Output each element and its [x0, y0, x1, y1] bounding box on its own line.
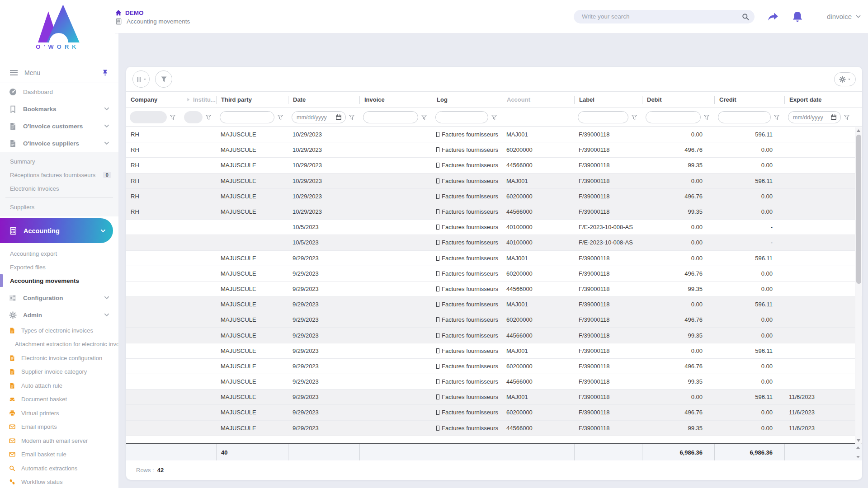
sidebar-subitem[interactable]: Réceptions factures fournisseurs0	[0, 168, 118, 182]
settings-button[interactable]	[834, 72, 856, 86]
table-row[interactable]: RHMAJUSCULE10/29/2023Factures fournisseu…	[126, 158, 862, 173]
vertical-scrollbar[interactable]	[855, 127, 862, 444]
column-header-debit[interactable]: Debit	[642, 92, 714, 108]
column-header-label[interactable]: Label	[574, 92, 642, 108]
table-row[interactable]: MAJUSCULE9/29/2023Factures fournisseursM…	[126, 297, 862, 312]
column-header-credit[interactable]: Credit	[714, 92, 784, 108]
sidebar-item[interactable]: Auto attach rule	[0, 379, 118, 393]
funnel-icon[interactable]	[631, 114, 637, 121]
table-row[interactable]: MAJUSCULE9/29/2023Factures fournisseurs6…	[126, 312, 862, 328]
scroll-down-icon[interactable]	[856, 456, 860, 458]
table-row[interactable]: RHMAJUSCULE10/29/2023Factures fournisseu…	[126, 142, 862, 158]
debit-filter-input[interactable]	[646, 111, 701, 123]
sidebar-item[interactable]: O'Invoice suppliers	[0, 135, 118, 152]
sidebar-subitem[interactable]: Electronic Invoices	[0, 182, 118, 195]
totals-scrollbar[interactable]	[855, 445, 861, 460]
funnel-icon[interactable]	[421, 114, 427, 121]
funnel-icon[interactable]	[774, 114, 780, 121]
calendar-icon[interactable]	[830, 114, 837, 120]
column-header-account[interactable]: Account	[502, 92, 574, 108]
sidebar-item[interactable]: Configuration	[0, 289, 118, 306]
table-row[interactable]: MAJUSCULE9/29/2023Factures fournisseurs6…	[126, 266, 862, 282]
funnel-icon[interactable]	[844, 114, 850, 121]
sidebar-item[interactable]: Email basket rule	[0, 448, 118, 462]
sidebar-item[interactable]: Types of electronic invoices	[0, 324, 118, 338]
user-menu[interactable]: dinvoice	[827, 13, 861, 20]
sidebar-item[interactable]: Dashboard	[0, 83, 118, 100]
invoice-filter-input[interactable]	[363, 111, 418, 123]
table-row[interactable]: RHMAJUSCULE10/29/2023Factures fournisseu…	[126, 174, 862, 189]
column-header-invoice[interactable]: Invoice	[359, 92, 432, 108]
column-header-log[interactable]: Log	[432, 92, 502, 108]
breadcrumb-root[interactable]: DEMO	[115, 9, 190, 16]
sidebar-item[interactable]: Attachment extraction for electronic inv…	[0, 338, 118, 352]
label-filter-input[interactable]	[578, 111, 628, 123]
sidebar-subitem[interactable]: Suppliers	[0, 200, 118, 214]
company-filter-input[interactable]	[130, 111, 167, 123]
funnel-icon[interactable]	[170, 114, 176, 121]
sidebar-item[interactable]: Automatic extractions	[0, 461, 118, 475]
sidebar-item[interactable]: Virtual printers	[0, 406, 118, 420]
scroll-up-icon[interactable]	[856, 446, 860, 449]
funnel-icon[interactable]	[277, 114, 283, 121]
table-row[interactable]: RHMAJUSCULE10/29/2023Factures fournisseu…	[126, 189, 862, 204]
table-row[interactable]: MAJUSCULE9/29/2023Factures fournisseursM…	[126, 251, 862, 266]
chevron-down-icon	[104, 295, 109, 300]
scrollbar-thumb[interactable]	[856, 135, 861, 284]
table-row[interactable]: 10/5/2023Factures fournisseurs40100000F/…	[126, 220, 862, 235]
sidebar-item[interactable]: Document basket	[0, 393, 118, 407]
sidebar-subitem[interactable]: Accounting movements	[0, 274, 118, 287]
third-party-filter-input[interactable]	[220, 111, 274, 123]
scroll-up-icon[interactable]	[857, 129, 860, 132]
cell-value: RH	[131, 146, 139, 153]
table-row[interactable]: MAJUSCULE9/29/2023Factures fournisseurs6…	[126, 405, 862, 420]
sidebar-item[interactable]: Electronic invoice configuration	[0, 351, 118, 365]
search-input[interactable]	[582, 13, 742, 20]
column-header-third_party[interactable]: Third party	[216, 92, 288, 108]
share-icon[interactable]	[767, 11, 779, 23]
table-row[interactable]: MAJUSCULE9/29/2023Factures fournisseurs4…	[126, 374, 862, 389]
sidebar-item[interactable]: O'Invoice customers	[0, 117, 118, 135]
funnel-icon[interactable]	[491, 114, 497, 121]
logo[interactable]: O'WORK	[0, 0, 115, 53]
table-row[interactable]: MAJUSCULE9/29/2023Factures fournisseurs4…	[126, 421, 862, 436]
columns-button[interactable]	[132, 70, 150, 88]
funnel-icon[interactable]	[349, 114, 355, 121]
sidebar-item[interactable]: Admin	[0, 306, 118, 324]
table-row[interactable]: MAJUSCULE9/29/2023Factures fournisseurs4…	[126, 328, 862, 343]
sidebar-subitem[interactable]: Accounting export	[0, 247, 118, 260]
column-header-company[interactable]: Company	[126, 92, 180, 108]
institution-filter-input[interactable]	[184, 111, 203, 123]
sidebar-item[interactable]: Bookmarks	[0, 100, 118, 117]
table-row[interactable]: MAJUSCULE9/29/2023Factures fournisseursM…	[126, 343, 862, 359]
funnel-icon[interactable]	[205, 114, 212, 121]
filter-button[interactable]	[155, 70, 172, 88]
menu-toggle[interactable]: Menu	[0, 62, 118, 83]
sidebar-item[interactable]: Workflow status	[0, 475, 118, 488]
sidebar-subitem[interactable]: Summary	[0, 155, 118, 168]
scroll-down-icon[interactable]	[857, 439, 860, 442]
log-filter-input[interactable]	[435, 111, 488, 123]
sidebar-item[interactable]: Accounting	[0, 218, 113, 243]
column-header-date[interactable]: Date	[288, 92, 359, 108]
bell-icon[interactable]	[792, 11, 803, 23]
table-row[interactable]: MAJUSCULE9/29/2023Factures fournisseurs6…	[126, 359, 862, 374]
calendar-icon[interactable]	[335, 114, 342, 120]
pin-icon[interactable]	[102, 69, 108, 76]
column-label: Export date	[789, 96, 822, 103]
table-row[interactable]: MAJUSCULE9/29/2023Factures fournisseurs4…	[126, 282, 862, 297]
table-row[interactable]: RHMAJUSCULE10/29/2023Factures fournisseu…	[126, 204, 862, 220]
sidebar-item[interactable]: Supplier invoice category	[0, 365, 118, 379]
credit-filter-input[interactable]	[718, 111, 771, 123]
funnel-icon[interactable]	[703, 114, 710, 121]
table-row[interactable]: MAJUSCULE9/29/2023Factures fournisseursM…	[126, 389, 862, 405]
table-row[interactable]: 10/5/2023Factures fournisseurs40100000F/…	[126, 235, 862, 250]
sidebar-item[interactable]: Modern auth email server	[0, 434, 118, 448]
column-header-institution[interactable]: Institu...	[180, 92, 216, 108]
sidebar-item[interactable]: Email imports	[0, 420, 118, 434]
column-header-export_date[interactable]: Export date	[784, 92, 854, 108]
breadcrumb-root-label: DEMO	[125, 9, 144, 16]
table-row[interactable]: RHMAJUSCULE10/29/2023Factures fournisseu…	[126, 127, 862, 142]
sidebar-subitem[interactable]: Exported files	[0, 260, 118, 274]
search-icon[interactable]	[742, 13, 749, 20]
